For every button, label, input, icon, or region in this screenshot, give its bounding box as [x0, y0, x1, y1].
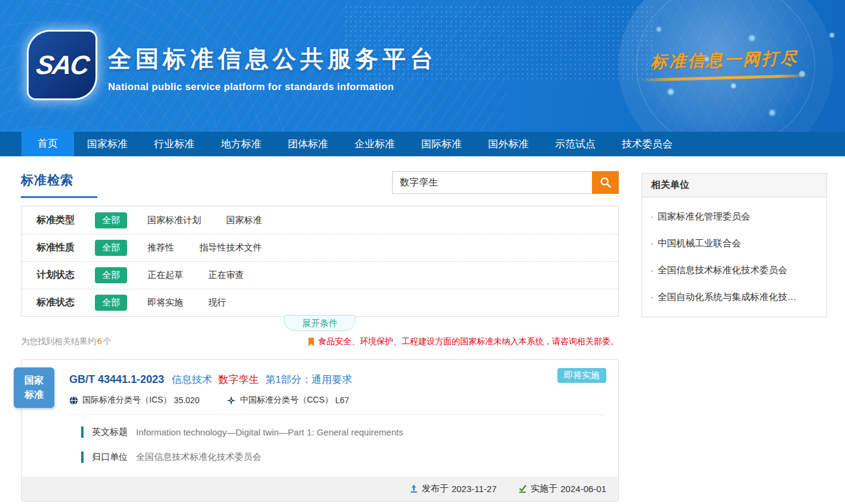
list-item: 全国自动化系统与集成标准化技… — [650, 291, 818, 304]
list-item: 国家标准化管理委员会 — [650, 211, 818, 223]
filter-option[interactable]: 国家标准 — [226, 215, 262, 226]
page: SAC 全国标准信息公共服务平台 National public service… — [0, 0, 845, 502]
standard-title-part2[interactable]: 第1部分：通用要求 — [265, 374, 351, 385]
card-separator — [69, 415, 605, 415]
filter-row-standard-type: 标准类型 全部 国家标准计划 国家标准 — [21, 206, 618, 234]
related-units-list: 国家标准化管理委员会 中国机械工业联合会 全国信息技术标准化技术委员会 全国自动… — [642, 197, 827, 317]
section-title-underline — [21, 196, 97, 198]
filter-all-badge[interactable]: 全部 — [95, 267, 127, 283]
ics-label: 国际标准分类号（ICS） — [82, 395, 171, 406]
site-title-en: National public service platform for sta… — [108, 81, 437, 92]
sac-logo-text: SAC — [34, 50, 90, 80]
standard-title-part1[interactable]: 信息技术 — [172, 374, 212, 385]
implement-date: 2024-06-01 — [560, 484, 606, 494]
filter-label: 标准性质 — [36, 242, 95, 254]
result-card: 国家 标准 GB/T 43441.1-2023 信息技术 数字孪生 第1部分：通… — [21, 359, 619, 502]
results-info-row: 为您找到相关结果约6个 食品安全、环境保护、工程建设方面的国家标准未纳入本系统，… — [21, 336, 619, 347]
sac-logo[interactable]: SAC — [29, 32, 95, 98]
main-nav: 首页 国家标准 行业标准 地方标准 团体标准 企业标准 国际标准 国外标准 示范… — [0, 132, 845, 156]
standard-title-highlight[interactable]: 数字孪生 — [218, 374, 259, 385]
site-title-cn: 全国标准信息公共服务平台 — [108, 43, 437, 75]
search-icon — [599, 176, 612, 189]
search-section: 标准检索 — [21, 171, 619, 198]
committee-value: 全国信息技术标准化技术委员会 — [136, 452, 261, 463]
english-title-value: Information technology—Digital twin—Part… — [136, 427, 403, 437]
related-unit-link[interactable]: 全国自动化系统与集成标准化技… — [658, 291, 797, 304]
filter-label: 标准类型 — [36, 214, 95, 227]
search-box — [392, 171, 619, 194]
site-header: SAC 全国标准信息公共服务平台 National public service… — [0, 0, 845, 132]
list-item: 中国机械工业联合会 — [650, 237, 818, 250]
results-count-suffix: 个 — [103, 336, 112, 346]
implement-date-item: 实施于 2024-06-01 — [518, 483, 606, 494]
filter-all-badge[interactable]: 全部 — [95, 240, 127, 256]
filter-option[interactable]: 指导性技术文件 — [199, 242, 262, 253]
standard-code-link[interactable]: GB/T 43441.1-2023 — [69, 373, 164, 385]
filter-option[interactable]: 国家标准计划 — [147, 215, 201, 226]
nav-item-national-standards[interactable]: 国家标准 — [74, 132, 141, 156]
filter-label: 标准状态 — [36, 296, 95, 309]
english-title-row: 英文标题 Information technology—Digital twin… — [81, 426, 618, 438]
results-count: 为您找到相关结果约6个 — [21, 336, 112, 347]
nav-item-foreign-standards[interactable]: 国外标准 — [475, 132, 542, 156]
implement-label: 实施于 — [531, 483, 557, 494]
english-title-label: 英文标题 — [92, 426, 128, 438]
filter-row-standard-nature: 标准性质 全部 推荐性 指导性技术文件 — [21, 234, 618, 261]
filter-all-badge[interactable]: 全部 — [95, 212, 127, 228]
related-unit-link[interactable]: 全国信息技术标准化技术委员会 — [658, 264, 787, 277]
sparkle-dots-decoration — [0, 0, 5, 5]
filter-label: 计划状态 — [36, 269, 95, 282]
standard-type-badge: 国家 标准 — [14, 367, 54, 408]
filter-panel: 标准类型 全部 国家标准计划 国家标准 标准性质 全部 推荐性 指导性技术文件 … — [21, 206, 619, 317]
related-unit-link[interactable]: 中国机械工业联合会 — [658, 237, 741, 250]
left-column: 标准检索 标准类型 全部 国家标准计划 — [21, 171, 619, 502]
teal-bar — [81, 426, 84, 438]
nav-item-group-standards[interactable]: 团体标准 — [275, 132, 341, 156]
expand-conditions-button[interactable]: 展开条件 — [284, 315, 356, 331]
search-button[interactable] — [592, 171, 619, 194]
main-content: 标准检索 标准类型 全部 国家标准计划 — [0, 156, 845, 502]
system-notice: 食品安全、环境保护、工程建设方面的国家标准未纳入本系统，请咨询相关部委。 — [308, 336, 619, 347]
filter-all-badge[interactable]: 全部 — [95, 295, 127, 311]
filter-option[interactable]: 推荐性 — [147, 242, 174, 253]
nav-item-industry-standards[interactable]: 行业标准 — [141, 132, 208, 156]
search-input[interactable] — [392, 171, 592, 194]
publish-date-item: 发布于 2023-11-27 — [409, 483, 497, 494]
related-units-panel: 相关单位 国家标准化管理委员会 中国机械工业联合会 全国信息技术标准化技术委员会… — [642, 173, 827, 317]
slogan-banner: 标准信息一网打尽 — [635, 49, 814, 79]
results-count-number: 6 — [97, 336, 102, 346]
nav-item-technical-committee[interactable]: 技术委员会 — [609, 132, 686, 156]
type-badge-line1: 国家 — [24, 373, 44, 388]
ics-value: 35.020 — [174, 395, 199, 405]
filter-option[interactable]: 正在审查 — [208, 270, 244, 281]
filter-option[interactable]: 正在起草 — [147, 270, 183, 281]
card-title-row: GB/T 43441.1-2023 信息技术 数字孪生 第1部分：通用要求 — [21, 360, 618, 386]
filter-option[interactable]: 即将实施 — [147, 297, 183, 308]
card-footer: 发布于 2023-11-27 实施于 2024-06-01 — [21, 477, 618, 501]
related-units-title: 相关单位 — [642, 174, 827, 197]
teal-bar — [81, 452, 84, 463]
section-title-block: 标准检索 — [21, 171, 97, 198]
nav-item-enterprise-standards[interactable]: 企业标准 — [341, 132, 408, 156]
site-titles: 全国标准信息公共服务平台 National public service pla… — [108, 43, 437, 92]
nav-item-international-standards[interactable]: 国际标准 — [408, 132, 475, 156]
related-unit-link[interactable]: 国家标准化管理委员会 — [658, 211, 750, 223]
nav-item-pilot[interactable]: 示范试点 — [542, 132, 609, 156]
ccs-label: 中国标准分类号（CCS） — [240, 395, 333, 406]
filter-option[interactable]: 现行 — [208, 297, 226, 308]
filter-row-plan-status: 计划状态 全部 正在起草 正在审查 — [21, 261, 618, 289]
results-count-prefix: 为您找到相关结果约 — [21, 336, 96, 346]
nav-item-home[interactable]: 首页 — [21, 129, 74, 156]
publish-label: 发布于 — [422, 483, 449, 494]
notice-text: 食品安全、环境保护、工程建设方面的国家标准未纳入本系统，请咨询相关部委。 — [318, 336, 619, 347]
list-item: 全国信息技术标准化技术委员会 — [650, 264, 818, 277]
type-badge-line2: 标准 — [24, 388, 44, 402]
ccs-value: L67 — [335, 395, 349, 405]
implement-icon — [518, 484, 531, 493]
compass-icon — [227, 396, 236, 405]
nav-item-local-standards[interactable]: 地方标准 — [208, 132, 275, 156]
publish-icon — [409, 484, 422, 493]
bookmark-icon — [308, 338, 314, 347]
publish-date: 2023-11-27 — [452, 484, 497, 494]
globe-icon — [69, 396, 78, 405]
